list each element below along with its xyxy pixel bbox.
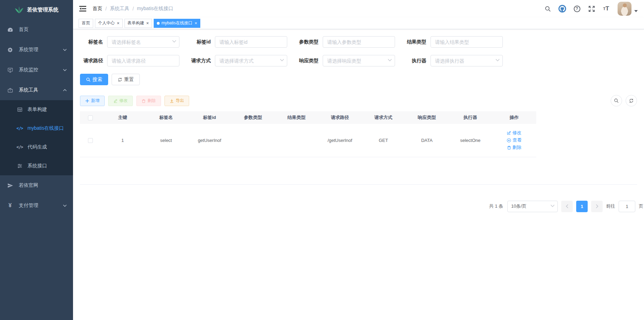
prev-page-button[interactable] xyxy=(561,201,573,212)
column-header: 请求方式 xyxy=(362,111,405,124)
app-title: 若依管理系统 xyxy=(27,7,58,13)
chevron-up-icon xyxy=(63,89,67,91)
tab-profile[interactable]: 个人中心 × xyxy=(95,19,123,28)
sidebar-item-label: 系统监控 xyxy=(19,67,63,73)
sidebar-item-label: 代码生成 xyxy=(27,144,47,150)
filter-label: 标签名 xyxy=(80,39,103,45)
row-edit-link[interactable]: 修改 xyxy=(507,130,522,136)
help-icon[interactable]: ? xyxy=(570,2,583,16)
sidebar-item-home[interactable]: 首页 xyxy=(0,19,73,40)
row-select-cell xyxy=(80,124,101,157)
tab-mybatis-api[interactable]: mybatis在线接口 × xyxy=(154,19,200,28)
refresh-table-icon[interactable] xyxy=(626,95,637,106)
search-icon[interactable] xyxy=(541,2,554,16)
edit-button[interactable]: 修改 xyxy=(108,96,133,106)
executor-select-input[interactable] xyxy=(430,55,503,66)
sidebar-item-label: 首页 xyxy=(19,26,67,33)
tab-label: 表单构建 xyxy=(128,20,144,26)
export-button[interactable]: 导出 xyxy=(164,96,189,106)
close-icon[interactable]: × xyxy=(195,21,198,25)
tab-form-builder[interactable]: 表单构建 × xyxy=(124,19,152,28)
sliders-icon xyxy=(17,163,23,169)
tag-name-select[interactable] xyxy=(107,36,179,48)
sidebar-item-form-builder[interactable]: 表单构建 xyxy=(0,100,73,119)
tag-id-field[interactable] xyxy=(215,36,287,48)
sidebar-item-official-site[interactable]: 若依官网 xyxy=(0,175,73,195)
filter-label: 结果类型 xyxy=(403,39,426,45)
table-row: 1 select getUserInof /getUserInof GET DA… xyxy=(80,124,536,157)
user-menu[interactable] xyxy=(618,2,639,16)
app-logo[interactable]: 若依管理系统 xyxy=(0,0,73,19)
breadcrumb-home[interactable]: 首页 xyxy=(92,6,102,12)
trash-icon xyxy=(142,99,146,103)
page-size-select-input[interactable] xyxy=(507,201,558,212)
cell-tag-id: getUserInof xyxy=(188,124,231,157)
close-icon[interactable]: × xyxy=(146,21,149,25)
close-icon[interactable]: × xyxy=(117,21,120,25)
request-path-field[interactable] xyxy=(107,55,179,66)
sidebar: 若依管理系统 首页 系统管理 xyxy=(0,0,73,320)
sidebar-item-system-api[interactable]: 系统接口 xyxy=(0,157,73,175)
param-type-input[interactable] xyxy=(323,36,395,48)
next-page-button[interactable] xyxy=(591,201,603,212)
response-type-select-input[interactable] xyxy=(323,55,395,66)
fullscreen-icon[interactable] xyxy=(585,2,598,16)
sidebar-item-system-monitor[interactable]: 系统监控 xyxy=(0,60,73,80)
table-header-row: 主键 标签名 标签id 参数类型 结果类型 请求路径 请求方式 响应类型 执行器… xyxy=(80,111,536,124)
avatar[interactable] xyxy=(618,2,631,16)
sidebar-item-payment-manage[interactable]: ¥ 支付管理 xyxy=(0,195,73,216)
tag-name-select-input[interactable] xyxy=(107,36,179,48)
row-checkbox[interactable] xyxy=(88,138,93,143)
request-method-select-input[interactable] xyxy=(215,55,287,66)
search-button[interactable]: 搜索 xyxy=(80,74,108,85)
response-type-select[interactable] xyxy=(323,55,395,66)
sidebar-toggle-icon[interactable] xyxy=(79,5,87,13)
edit-icon xyxy=(113,99,118,103)
goto-page-input[interactable] xyxy=(619,201,635,212)
reset-button[interactable]: 重置 xyxy=(112,74,140,85)
tags-view-bar: 首页 个人中心 × 表单构建 × mybatis在线接口 × xyxy=(73,17,644,29)
cell-id: 1 xyxy=(101,124,144,157)
sidebar-item-mybatis-api[interactable]: </> mybatis在线接口 xyxy=(0,119,73,138)
column-header: 标签名 xyxy=(144,111,188,124)
chevron-down-icon xyxy=(63,49,67,51)
sidebar-item-code-gen[interactable]: </> 代码生成 xyxy=(0,138,73,157)
cell-tag-name: select xyxy=(144,124,188,157)
request-method-select[interactable] xyxy=(215,55,287,66)
navbar-actions: ? TT xyxy=(541,2,639,16)
sidebar-item-label: 系统接口 xyxy=(27,163,47,169)
row-edit-label: 修改 xyxy=(513,130,522,136)
result-type-input[interactable] xyxy=(430,36,503,48)
sidebar-item-system-tools[interactable]: 系统工具 xyxy=(0,80,73,100)
result-type-field[interactable] xyxy=(430,36,503,48)
data-table: 主键 标签名 标签id 参数类型 结果类型 请求路径 请求方式 响应类型 执行器… xyxy=(80,111,637,185)
filter-label: 响应类型 xyxy=(296,58,319,64)
filter-field-tag-id: 标签id xyxy=(188,36,287,48)
request-path-input[interactable] xyxy=(107,55,179,66)
tag-id-input[interactable] xyxy=(215,36,287,48)
row-delete-label: 删除 xyxy=(513,144,522,151)
executor-select[interactable] xyxy=(430,55,503,66)
sidebar-item-system-manage[interactable]: 系统管理 xyxy=(0,40,73,60)
breadcrumb-separator: / xyxy=(132,6,134,11)
delete-button[interactable]: 删除 xyxy=(136,96,161,106)
toggle-search-icon[interactable] xyxy=(611,95,622,106)
system-tools-submenu: 表单构建 </> mybatis在线接口 </> 代码生成 系统接口 xyxy=(0,100,73,175)
chevron-down-icon xyxy=(63,69,67,71)
filter-label: 请求路径 xyxy=(80,58,103,64)
sidebar-item-label: 若依官网 xyxy=(19,182,67,189)
select-all-checkbox[interactable] xyxy=(88,115,93,120)
sidebar-menu: 首页 系统管理 系统监控 xyxy=(0,19,73,216)
param-type-field[interactable] xyxy=(323,36,395,48)
add-button[interactable]: 新增 xyxy=(80,96,105,106)
page-size-select[interactable] xyxy=(507,201,558,212)
tab-home[interactable]: 首页 xyxy=(79,19,93,28)
row-view-label: 查看 xyxy=(513,137,522,143)
tab-label: 个人中心 xyxy=(98,20,115,26)
row-view-link[interactable]: 查看 xyxy=(507,137,522,143)
page-number-button[interactable]: 1 xyxy=(576,201,588,212)
row-delete-link[interactable]: 删除 xyxy=(507,144,522,151)
github-icon[interactable] xyxy=(556,2,569,16)
font-size-icon[interactable]: TT xyxy=(599,2,613,16)
goto-page-field xyxy=(619,201,635,212)
